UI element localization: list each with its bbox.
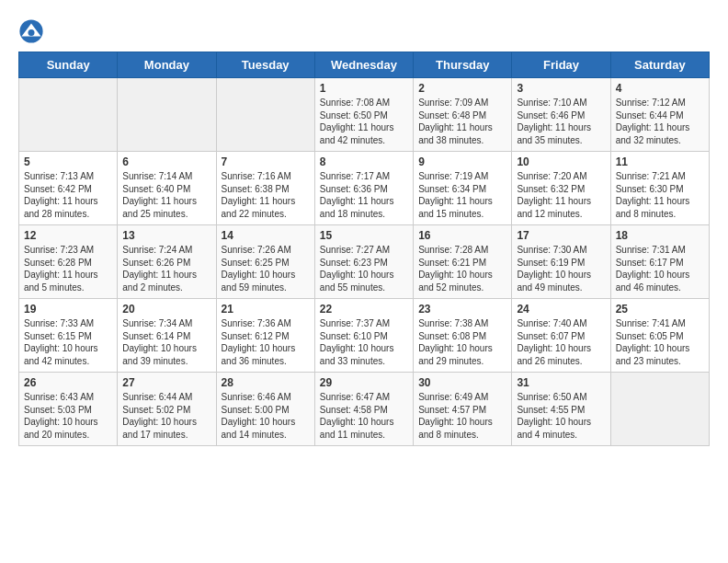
day-number: 20 [122,303,210,316]
calendar-cell: 12Sunrise: 7:23 AM Sunset: 6:28 PM Dayli… [19,225,118,299]
day-number: 22 [320,303,408,316]
day-header-thursday: Thursday [414,52,512,78]
day-info: Sunrise: 7:09 AM Sunset: 6:48 PM Dayligh… [418,97,506,146]
calendar-cell: 14Sunrise: 7:26 AM Sunset: 6:25 PM Dayli… [216,225,314,299]
calendar-cell: 5Sunrise: 7:13 AM Sunset: 6:42 PM Daylig… [19,152,118,225]
day-info: Sunrise: 6:43 AM Sunset: 5:03 PM Dayligh… [24,391,112,441]
calendar-cell: 7Sunrise: 7:16 AM Sunset: 6:38 PM Daylig… [216,152,314,225]
calendar-cell: 1Sunrise: 7:08 AM Sunset: 6:50 PM Daylig… [314,78,413,152]
day-number: 25 [616,303,704,316]
day-info: Sunrise: 7:36 AM Sunset: 6:12 PM Dayligh… [222,317,310,367]
day-number: 29 [320,376,408,389]
day-info: Sunrise: 7:41 AM Sunset: 6:05 PM Dayligh… [616,317,704,367]
calendar-cell [216,78,314,152]
calendar-cell: 13Sunrise: 7:24 AM Sunset: 6:26 PM Dayli… [118,225,216,299]
day-header-monday: Monday [118,52,216,78]
day-info: Sunrise: 7:24 AM Sunset: 6:26 PM Dayligh… [122,244,210,293]
calendar-cell: 20Sunrise: 7:34 AM Sunset: 6:14 PM Dayli… [118,299,216,373]
day-number: 21 [222,303,310,316]
calendar-cell: 27Sunrise: 6:44 AM Sunset: 5:02 PM Dayli… [118,373,216,446]
day-number: 23 [418,303,506,316]
day-info: Sunrise: 7:12 AM Sunset: 6:44 PM Dayligh… [616,97,704,146]
calendar-cell: 17Sunrise: 7:30 AM Sunset: 6:19 PM Dayli… [512,225,610,299]
day-number: 24 [517,303,605,316]
day-info: Sunrise: 7:20 AM Sunset: 6:32 PM Dayligh… [517,170,605,220]
day-number: 28 [222,376,310,389]
logo [18,18,48,44]
day-info: Sunrise: 7:37 AM Sunset: 6:10 PM Dayligh… [320,317,408,367]
calendar-table: SundayMondayTuesdayWednesdayThursdayFrid… [18,52,710,446]
header-row: SundayMondayTuesdayWednesdayThursdayFrid… [19,52,710,78]
day-info: Sunrise: 6:47 AM Sunset: 4:58 PM Dayligh… [320,391,408,441]
day-info: Sunrise: 6:46 AM Sunset: 5:00 PM Dayligh… [222,391,310,441]
day-info: Sunrise: 7:13 AM Sunset: 6:42 PM Dayligh… [24,170,112,220]
day-info: Sunrise: 7:28 AM Sunset: 6:21 PM Dayligh… [418,244,506,293]
calendar-cell: 19Sunrise: 7:33 AM Sunset: 6:15 PM Dayli… [19,299,118,373]
logo-icon [18,18,44,44]
day-info: Sunrise: 7:34 AM Sunset: 6:14 PM Dayligh… [122,317,210,367]
calendar-cell: 6Sunrise: 7:14 AM Sunset: 6:40 PM Daylig… [118,152,216,225]
calendar-cell: 24Sunrise: 7:40 AM Sunset: 6:07 PM Dayli… [512,299,610,373]
calendar-cell [19,78,118,152]
day-info: Sunrise: 7:27 AM Sunset: 6:23 PM Dayligh… [320,244,408,293]
day-number: 27 [122,376,210,389]
day-number: 16 [418,229,506,242]
day-header-friday: Friday [512,52,610,78]
day-info: Sunrise: 7:33 AM Sunset: 6:15 PM Dayligh… [24,317,112,367]
day-info: Sunrise: 6:50 AM Sunset: 4:55 PM Dayligh… [517,391,605,441]
calendar-cell: 22Sunrise: 7:37 AM Sunset: 6:10 PM Dayli… [314,299,413,373]
day-info: Sunrise: 7:40 AM Sunset: 6:07 PM Dayligh… [517,317,605,367]
day-number: 13 [122,229,210,242]
day-number: 15 [320,229,408,242]
day-number: 31 [517,376,605,389]
calendar-cell: 21Sunrise: 7:36 AM Sunset: 6:12 PM Dayli… [216,299,314,373]
calendar-cell: 30Sunrise: 6:49 AM Sunset: 4:57 PM Dayli… [414,373,512,446]
day-info: Sunrise: 6:44 AM Sunset: 5:02 PM Dayligh… [122,391,210,441]
day-number: 8 [320,155,408,168]
week-row-1: 1Sunrise: 7:08 AM Sunset: 6:50 PM Daylig… [19,78,710,152]
day-number: 2 [418,82,506,95]
day-header-wednesday: Wednesday [314,52,413,78]
day-info: Sunrise: 7:23 AM Sunset: 6:28 PM Dayligh… [24,244,112,293]
day-number: 30 [418,376,506,389]
day-number: 19 [24,303,112,316]
calendar-cell: 31Sunrise: 6:50 AM Sunset: 4:55 PM Dayli… [512,373,610,446]
calendar-cell [610,373,709,446]
day-info: Sunrise: 7:16 AM Sunset: 6:38 PM Dayligh… [222,170,310,220]
calendar-cell: 29Sunrise: 6:47 AM Sunset: 4:58 PM Dayli… [314,373,413,446]
day-info: Sunrise: 7:38 AM Sunset: 6:08 PM Dayligh… [418,317,506,367]
day-number: 5 [24,155,112,168]
calendar-cell: 3Sunrise: 7:10 AM Sunset: 6:46 PM Daylig… [512,78,610,152]
calendar-cell: 26Sunrise: 6:43 AM Sunset: 5:03 PM Dayli… [19,373,118,446]
day-info: Sunrise: 7:26 AM Sunset: 6:25 PM Dayligh… [222,244,310,293]
week-row-4: 19Sunrise: 7:33 AM Sunset: 6:15 PM Dayli… [19,299,710,373]
calendar-cell: 8Sunrise: 7:17 AM Sunset: 6:36 PM Daylig… [314,152,413,225]
calendar-cell: 28Sunrise: 6:46 AM Sunset: 5:00 PM Dayli… [216,373,314,446]
week-row-5: 26Sunrise: 6:43 AM Sunset: 5:03 PM Dayli… [19,373,710,446]
day-number: 7 [222,155,310,168]
day-header-sunday: Sunday [19,52,118,78]
calendar-cell: 18Sunrise: 7:31 AM Sunset: 6:17 PM Dayli… [610,225,709,299]
day-info: Sunrise: 7:14 AM Sunset: 6:40 PM Dayligh… [122,170,210,220]
day-info: Sunrise: 7:21 AM Sunset: 6:30 PM Dayligh… [616,170,704,220]
day-info: Sunrise: 7:08 AM Sunset: 6:50 PM Dayligh… [320,97,408,146]
day-header-saturday: Saturday [610,52,709,78]
day-info: Sunrise: 7:17 AM Sunset: 6:36 PM Dayligh… [320,170,408,220]
calendar-cell: 4Sunrise: 7:12 AM Sunset: 6:44 PM Daylig… [610,78,709,152]
day-info: Sunrise: 6:49 AM Sunset: 4:57 PM Dayligh… [418,391,506,441]
day-info: Sunrise: 7:30 AM Sunset: 6:19 PM Dayligh… [517,244,605,293]
calendar-cell: 11Sunrise: 7:21 AM Sunset: 6:30 PM Dayli… [610,152,709,225]
calendar-cell: 10Sunrise: 7:20 AM Sunset: 6:32 PM Dayli… [512,152,610,225]
day-number: 14 [222,229,310,242]
calendar-cell [118,78,216,152]
day-number: 4 [616,82,704,95]
day-number: 3 [517,82,605,95]
svg-point-2 [28,29,35,36]
calendar-cell: 16Sunrise: 7:28 AM Sunset: 6:21 PM Dayli… [414,225,512,299]
week-row-2: 5Sunrise: 7:13 AM Sunset: 6:42 PM Daylig… [19,152,710,225]
day-number: 18 [616,229,704,242]
calendar-cell: 15Sunrise: 7:27 AM Sunset: 6:23 PM Dayli… [314,225,413,299]
header [18,18,710,44]
day-number: 17 [517,229,605,242]
calendar-cell: 9Sunrise: 7:19 AM Sunset: 6:34 PM Daylig… [414,152,512,225]
